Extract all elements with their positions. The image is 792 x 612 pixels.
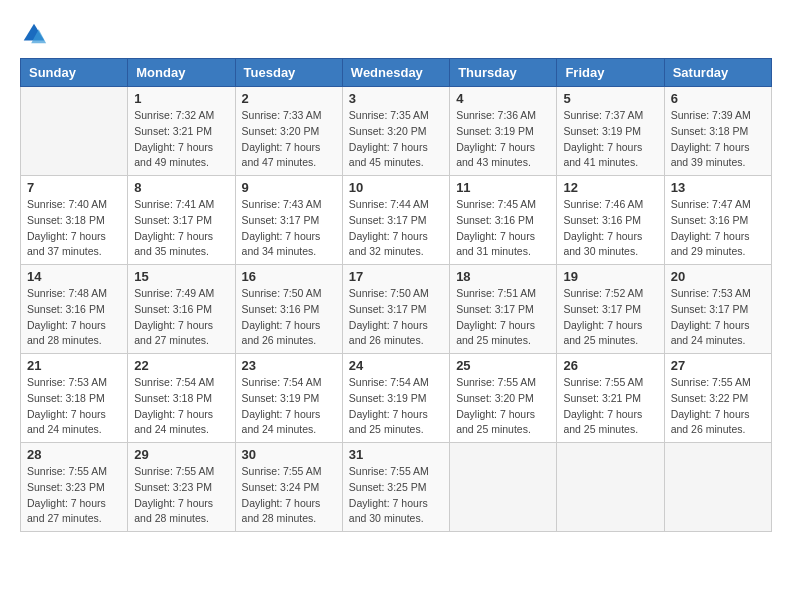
calendar-cell: 16Sunrise: 7:50 AMSunset: 3:16 PMDayligh… — [235, 265, 342, 354]
day-info: Sunrise: 7:53 AMSunset: 3:17 PMDaylight:… — [671, 286, 765, 349]
calendar-cell: 20Sunrise: 7:53 AMSunset: 3:17 PMDayligh… — [664, 265, 771, 354]
calendar-cell: 21Sunrise: 7:53 AMSunset: 3:18 PMDayligh… — [21, 354, 128, 443]
calendar-week-row: 14Sunrise: 7:48 AMSunset: 3:16 PMDayligh… — [21, 265, 772, 354]
day-info: Sunrise: 7:50 AMSunset: 3:17 PMDaylight:… — [349, 286, 443, 349]
day-number: 15 — [134, 269, 228, 284]
weekday-header-saturday: Saturday — [664, 59, 771, 87]
day-info: Sunrise: 7:37 AMSunset: 3:19 PMDaylight:… — [563, 108, 657, 171]
day-info: Sunrise: 7:40 AMSunset: 3:18 PMDaylight:… — [27, 197, 121, 260]
calendar-cell: 11Sunrise: 7:45 AMSunset: 3:16 PMDayligh… — [450, 176, 557, 265]
day-info: Sunrise: 7:53 AMSunset: 3:18 PMDaylight:… — [27, 375, 121, 438]
calendar-cell — [450, 443, 557, 532]
day-number: 23 — [242, 358, 336, 373]
day-info: Sunrise: 7:55 AMSunset: 3:24 PMDaylight:… — [242, 464, 336, 527]
calendar-cell: 28Sunrise: 7:55 AMSunset: 3:23 PMDayligh… — [21, 443, 128, 532]
day-info: Sunrise: 7:55 AMSunset: 3:22 PMDaylight:… — [671, 375, 765, 438]
day-number: 31 — [349, 447, 443, 462]
day-info: Sunrise: 7:36 AMSunset: 3:19 PMDaylight:… — [456, 108, 550, 171]
calendar-cell: 31Sunrise: 7:55 AMSunset: 3:25 PMDayligh… — [342, 443, 449, 532]
day-info: Sunrise: 7:55 AMSunset: 3:20 PMDaylight:… — [456, 375, 550, 438]
day-number: 5 — [563, 91, 657, 106]
calendar-cell: 1Sunrise: 7:32 AMSunset: 3:21 PMDaylight… — [128, 87, 235, 176]
day-number: 7 — [27, 180, 121, 195]
day-number: 9 — [242, 180, 336, 195]
calendar-cell: 15Sunrise: 7:49 AMSunset: 3:16 PMDayligh… — [128, 265, 235, 354]
day-info: Sunrise: 7:50 AMSunset: 3:16 PMDaylight:… — [242, 286, 336, 349]
calendar-cell: 3Sunrise: 7:35 AMSunset: 3:20 PMDaylight… — [342, 87, 449, 176]
day-info: Sunrise: 7:44 AMSunset: 3:17 PMDaylight:… — [349, 197, 443, 260]
day-number: 13 — [671, 180, 765, 195]
day-number: 30 — [242, 447, 336, 462]
logo — [20, 20, 52, 48]
day-info: Sunrise: 7:54 AMSunset: 3:19 PMDaylight:… — [349, 375, 443, 438]
day-number: 11 — [456, 180, 550, 195]
day-info: Sunrise: 7:55 AMSunset: 3:23 PMDaylight:… — [134, 464, 228, 527]
calendar-cell: 24Sunrise: 7:54 AMSunset: 3:19 PMDayligh… — [342, 354, 449, 443]
day-number: 14 — [27, 269, 121, 284]
calendar-cell: 8Sunrise: 7:41 AMSunset: 3:17 PMDaylight… — [128, 176, 235, 265]
calendar-cell: 14Sunrise: 7:48 AMSunset: 3:16 PMDayligh… — [21, 265, 128, 354]
calendar-cell: 26Sunrise: 7:55 AMSunset: 3:21 PMDayligh… — [557, 354, 664, 443]
calendar-cell: 9Sunrise: 7:43 AMSunset: 3:17 PMDaylight… — [235, 176, 342, 265]
calendar-cell — [557, 443, 664, 532]
day-number: 12 — [563, 180, 657, 195]
day-info: Sunrise: 7:32 AMSunset: 3:21 PMDaylight:… — [134, 108, 228, 171]
calendar-week-row: 28Sunrise: 7:55 AMSunset: 3:23 PMDayligh… — [21, 443, 772, 532]
day-number: 20 — [671, 269, 765, 284]
calendar-cell: 25Sunrise: 7:55 AMSunset: 3:20 PMDayligh… — [450, 354, 557, 443]
day-info: Sunrise: 7:46 AMSunset: 3:16 PMDaylight:… — [563, 197, 657, 260]
calendar-week-row: 1Sunrise: 7:32 AMSunset: 3:21 PMDaylight… — [21, 87, 772, 176]
day-info: Sunrise: 7:51 AMSunset: 3:17 PMDaylight:… — [456, 286, 550, 349]
day-number: 22 — [134, 358, 228, 373]
calendar-cell — [21, 87, 128, 176]
calendar-cell: 30Sunrise: 7:55 AMSunset: 3:24 PMDayligh… — [235, 443, 342, 532]
day-number: 17 — [349, 269, 443, 284]
day-info: Sunrise: 7:54 AMSunset: 3:18 PMDaylight:… — [134, 375, 228, 438]
calendar-week-row: 7Sunrise: 7:40 AMSunset: 3:18 PMDaylight… — [21, 176, 772, 265]
calendar-cell: 17Sunrise: 7:50 AMSunset: 3:17 PMDayligh… — [342, 265, 449, 354]
day-info: Sunrise: 7:55 AMSunset: 3:23 PMDaylight:… — [27, 464, 121, 527]
day-number: 1 — [134, 91, 228, 106]
day-number: 2 — [242, 91, 336, 106]
day-number: 10 — [349, 180, 443, 195]
day-info: Sunrise: 7:43 AMSunset: 3:17 PMDaylight:… — [242, 197, 336, 260]
calendar-cell: 29Sunrise: 7:55 AMSunset: 3:23 PMDayligh… — [128, 443, 235, 532]
day-number: 8 — [134, 180, 228, 195]
day-info: Sunrise: 7:52 AMSunset: 3:17 PMDaylight:… — [563, 286, 657, 349]
day-number: 26 — [563, 358, 657, 373]
day-number: 3 — [349, 91, 443, 106]
day-info: Sunrise: 7:54 AMSunset: 3:19 PMDaylight:… — [242, 375, 336, 438]
calendar-cell: 10Sunrise: 7:44 AMSunset: 3:17 PMDayligh… — [342, 176, 449, 265]
calendar-cell — [664, 443, 771, 532]
weekday-header-sunday: Sunday — [21, 59, 128, 87]
calendar-table: SundayMondayTuesdayWednesdayThursdayFrid… — [20, 58, 772, 532]
calendar-cell: 13Sunrise: 7:47 AMSunset: 3:16 PMDayligh… — [664, 176, 771, 265]
day-info: Sunrise: 7:55 AMSunset: 3:25 PMDaylight:… — [349, 464, 443, 527]
day-info: Sunrise: 7:55 AMSunset: 3:21 PMDaylight:… — [563, 375, 657, 438]
calendar-cell: 4Sunrise: 7:36 AMSunset: 3:19 PMDaylight… — [450, 87, 557, 176]
weekday-header-tuesday: Tuesday — [235, 59, 342, 87]
day-number: 4 — [456, 91, 550, 106]
calendar-cell: 18Sunrise: 7:51 AMSunset: 3:17 PMDayligh… — [450, 265, 557, 354]
day-number: 24 — [349, 358, 443, 373]
day-number: 25 — [456, 358, 550, 373]
day-info: Sunrise: 7:35 AMSunset: 3:20 PMDaylight:… — [349, 108, 443, 171]
day-number: 19 — [563, 269, 657, 284]
weekday-header-monday: Monday — [128, 59, 235, 87]
day-number: 29 — [134, 447, 228, 462]
day-info: Sunrise: 7:45 AMSunset: 3:16 PMDaylight:… — [456, 197, 550, 260]
day-info: Sunrise: 7:47 AMSunset: 3:16 PMDaylight:… — [671, 197, 765, 260]
calendar-cell: 27Sunrise: 7:55 AMSunset: 3:22 PMDayligh… — [664, 354, 771, 443]
day-info: Sunrise: 7:39 AMSunset: 3:18 PMDaylight:… — [671, 108, 765, 171]
weekday-header-wednesday: Wednesday — [342, 59, 449, 87]
day-number: 18 — [456, 269, 550, 284]
day-info: Sunrise: 7:33 AMSunset: 3:20 PMDaylight:… — [242, 108, 336, 171]
calendar-cell: 6Sunrise: 7:39 AMSunset: 3:18 PMDaylight… — [664, 87, 771, 176]
calendar-week-row: 21Sunrise: 7:53 AMSunset: 3:18 PMDayligh… — [21, 354, 772, 443]
day-number: 28 — [27, 447, 121, 462]
weekday-header-friday: Friday — [557, 59, 664, 87]
day-number: 27 — [671, 358, 765, 373]
weekday-header-row: SundayMondayTuesdayWednesdayThursdayFrid… — [21, 59, 772, 87]
day-info: Sunrise: 7:48 AMSunset: 3:16 PMDaylight:… — [27, 286, 121, 349]
calendar-cell: 19Sunrise: 7:52 AMSunset: 3:17 PMDayligh… — [557, 265, 664, 354]
